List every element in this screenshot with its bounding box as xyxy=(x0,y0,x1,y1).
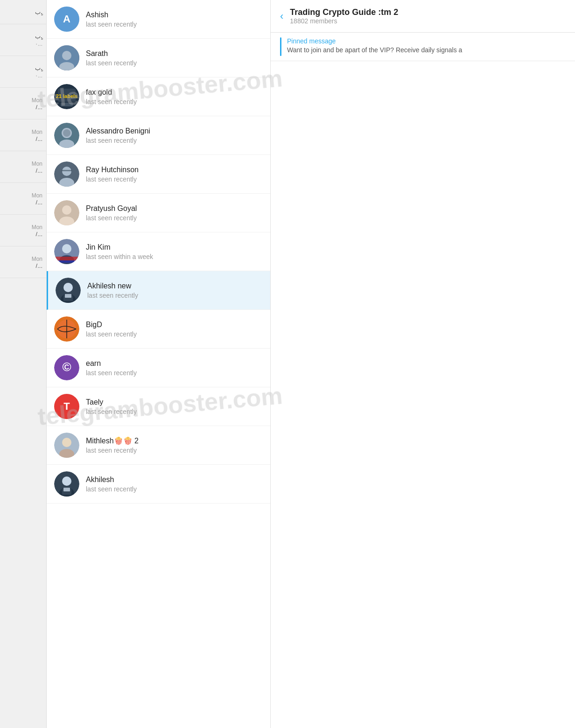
contact-info-prat: Pratyush Goyal last seen recently xyxy=(86,204,263,222)
contact-name-akhnew: Akhilesh new xyxy=(87,282,263,290)
contact-name-faxgold: fax gold xyxy=(86,88,263,97)
svg-rect-40 xyxy=(63,488,70,491)
contact-info-akhilesh: Akhilesh last seen recently xyxy=(86,476,263,493)
contact-name-ale: Alessandro Benigni xyxy=(86,127,263,135)
sidebar-time-4: Mon xyxy=(32,129,42,135)
sidebar-time-1: ٠... xyxy=(35,41,42,47)
avatar-mith xyxy=(54,433,79,458)
pinned-content: Pinned message Want to join and be apart… xyxy=(287,37,566,54)
contact-item-jinkim[interactable]: Jin Kim last seen within a week xyxy=(47,232,270,271)
avatar-jinkim xyxy=(54,239,79,264)
svg-rect-14 xyxy=(62,170,72,171)
sidebar-item-2[interactable]: ب.ٍ ٠... xyxy=(0,56,46,88)
contact-item-prat[interactable]: Pratyush Goyal last seen recently xyxy=(47,194,270,232)
contact-item-faxgold[interactable]: 21 labels fax gold last seen recently xyxy=(47,77,270,116)
avatar-taely: T xyxy=(54,394,79,419)
contact-status-akhnew: last seen recently xyxy=(87,292,263,299)
avatar-ale xyxy=(54,123,79,148)
sidebar-item-0[interactable]: ب.ٍ xyxy=(0,0,46,24)
contact-status-jinkim: last seen within a week xyxy=(86,253,263,260)
sidebar-time-7: Mon xyxy=(32,224,42,231)
contact-name-prat: Pratyush Goyal xyxy=(86,204,263,213)
contact-name-sarath: Sarath xyxy=(86,49,263,58)
contact-status-prat: last seen recently xyxy=(86,214,263,222)
contact-name-ray: Ray Hutchinson xyxy=(86,166,263,174)
sidebar-arabic-8: /... xyxy=(36,262,42,269)
contact-name-akhilesh: Akhilesh xyxy=(86,476,263,484)
contact-status-mith: last seen recently xyxy=(86,447,263,454)
svg-point-19 xyxy=(62,244,71,253)
contact-item-ashish[interactable]: A Ashish last seen recently xyxy=(47,0,270,39)
contact-name-bigd: BigD xyxy=(86,321,263,329)
avatar-earn: © xyxy=(54,355,79,380)
sidebar-item-6[interactable]: Mon /... xyxy=(0,183,46,215)
contact-info-taely: Taely last seen recently xyxy=(86,398,263,415)
sidebar-arabic-7: /... xyxy=(36,231,42,238)
avatar-prat xyxy=(54,200,79,225)
svg-point-1 xyxy=(62,51,71,60)
contact-info-ray: Ray Hutchinson last seen recently xyxy=(86,166,263,183)
svg-point-24 xyxy=(63,283,73,292)
avatar-sarath xyxy=(54,45,79,70)
contact-info-mith: Mithlesh🍿🍿 2 last seen recently xyxy=(86,436,263,454)
sidebar-time-8: Mon xyxy=(32,256,42,262)
sidebar-item-7[interactable]: Mon /... xyxy=(0,215,46,246)
contact-item-earn[interactable]: © earn last seen recently xyxy=(47,349,270,387)
contact-item-akhnew[interactable]: Akhilesh new last seen recently xyxy=(47,271,270,310)
sidebar-item-3[interactable]: Mon /... xyxy=(0,88,46,119)
back-button[interactable]: ‹ xyxy=(280,10,283,22)
contact-item-akhilesh[interactable]: Akhilesh last seen recently xyxy=(47,465,270,504)
svg-point-16 xyxy=(62,205,71,215)
sidebar-item-4[interactable]: Mon /... xyxy=(0,119,46,151)
sidebar-item-8[interactable]: Mon /... xyxy=(0,246,46,278)
contact-info-akhnew: Akhilesh new last seen recently xyxy=(87,282,263,299)
sidebar-item-5[interactable]: Mon /... xyxy=(0,151,46,183)
pinned-text: Want to join and be apart of the VIP? Re… xyxy=(287,46,566,54)
contact-item-sarath[interactable]: Sarath last seen recently xyxy=(47,39,270,77)
pinned-label: Pinned message xyxy=(287,37,566,45)
sidebar-item-1[interactable]: ب.ٍ ٠... xyxy=(0,24,46,56)
avatar-akhnew xyxy=(56,278,81,303)
svg-rect-27 xyxy=(65,294,71,298)
contact-status-taely: last seen recently xyxy=(86,408,263,415)
contact-name-earn: earn xyxy=(86,359,263,368)
sidebar-arabic-0: ب.ٍ xyxy=(35,8,42,15)
sidebar-arabic-2: ب.ٍ xyxy=(35,64,42,71)
pinned-bar-indicator xyxy=(280,37,281,56)
contact-status-sarath: last seen recently xyxy=(86,59,263,67)
contact-info-faxgold: fax gold last seen recently xyxy=(86,88,263,105)
contact-item-taely[interactable]: T Taely last seen recently xyxy=(47,387,270,426)
contact-item-bigd[interactable]: BigD last seen recently xyxy=(47,310,270,349)
contact-status-ale: last seen recently xyxy=(86,137,263,144)
svg-point-37 xyxy=(62,476,71,486)
contact-status-ray: last seen recently xyxy=(86,175,263,183)
contact-status-ashish: last seen recently xyxy=(86,21,263,28)
contact-info-bigd: BigD last seen recently xyxy=(86,321,263,338)
contact-status-bigd: last seen recently xyxy=(86,330,263,338)
contact-item-mith[interactable]: Mithlesh🍿🍿 2 last seen recently xyxy=(47,426,270,465)
contact-status-faxgold: last seen recently xyxy=(86,98,263,105)
svg-point-10 xyxy=(63,129,70,137)
contact-info-earn: earn last seen recently xyxy=(86,359,263,377)
svg-rect-22 xyxy=(54,260,79,263)
contact-info-jinkim: Jin Kim last seen within a week xyxy=(86,243,263,260)
contact-list: A Ashish last seen recently Sarath last … xyxy=(47,0,271,728)
avatar-bigd xyxy=(54,316,79,342)
pinned-message-bar[interactable]: Pinned message Want to join and be apart… xyxy=(271,33,575,61)
contact-name-ashish: Ashish xyxy=(86,11,263,19)
chat-subtitle: 18802 members xyxy=(290,17,566,25)
contact-status-earn: last seen recently xyxy=(86,369,263,377)
contact-name-taely: Taely xyxy=(86,398,263,406)
avatar-ray xyxy=(54,161,79,187)
avatar-akhilesh xyxy=(54,471,79,497)
chat-title-block: Trading Crypto Guide :tm 2 18802 members xyxy=(290,7,566,25)
sidebar-time-6: Mon xyxy=(32,192,42,199)
svg-text:©: © xyxy=(62,360,71,374)
contact-item-ale[interactable]: Alessandro Benigni last seen recently xyxy=(47,116,270,155)
contact-info-ale: Alessandro Benigni last seen recently xyxy=(86,127,263,144)
contact-status-akhilesh: last seen recently xyxy=(86,485,263,493)
avatar-ashish: A xyxy=(54,7,79,32)
svg-rect-21 xyxy=(54,257,79,260)
svg-text:21 labels: 21 labels xyxy=(56,93,77,99)
contact-item-ray[interactable]: Ray Hutchinson last seen recently xyxy=(47,155,270,194)
